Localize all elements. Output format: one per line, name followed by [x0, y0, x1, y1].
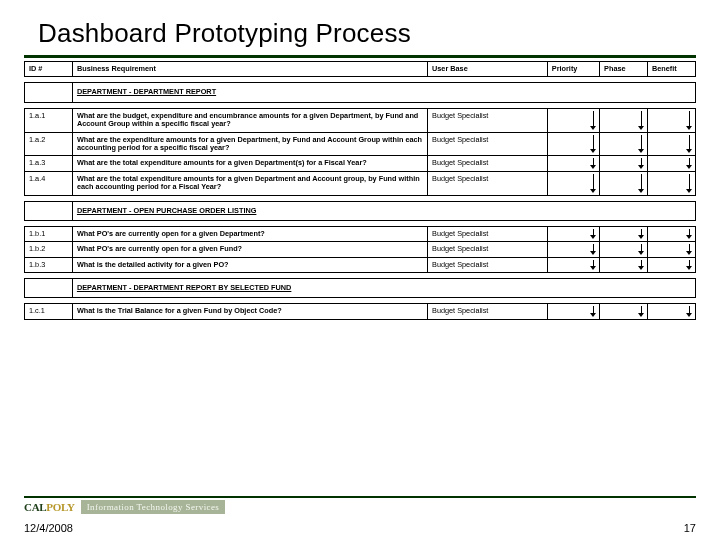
footer-page-number: 17	[684, 522, 696, 534]
cell-id: 1.c.1	[25, 304, 73, 319]
cell-requirement: What PO's are currently open for a given…	[72, 242, 427, 257]
cell-requirement: What are the total expenditure amounts f…	[72, 156, 427, 171]
cell-requirement: What are the expenditure amounts for a g…	[72, 132, 427, 156]
cell-id: 1.b.1	[25, 226, 73, 241]
table-row: 1.a.4What are the total expenditure amou…	[25, 171, 696, 195]
cell-id: 1.a.4	[25, 171, 73, 195]
calpoly-logo-poly: POLY	[46, 501, 74, 513]
cell-benefit	[648, 108, 696, 132]
cell-userbase: Budget Specialist	[428, 171, 548, 195]
cell-priority	[547, 132, 599, 156]
footer-divider	[24, 496, 696, 498]
calpoly-logo: CALPOLY	[24, 501, 75, 513]
cell-benefit	[648, 242, 696, 257]
cell-userbase: Budget Specialist	[428, 156, 548, 171]
cell-priority	[547, 257, 599, 272]
col-id: ID #	[25, 62, 73, 77]
section-heading: DEPARTMENT - DEPARTMENT REPORT	[25, 83, 696, 102]
cell-benefit	[648, 304, 696, 319]
col-benefit: Benefit	[648, 62, 696, 77]
cell-requirement: What are the budget, expenditure and enc…	[72, 108, 427, 132]
cell-phase	[600, 156, 648, 171]
title-divider	[24, 55, 696, 58]
cell-userbase: Budget Specialist	[428, 108, 548, 132]
table-row: 1.a.3What are the total expenditure amou…	[25, 156, 696, 171]
calpoly-logo-cal: CAL	[24, 501, 46, 513]
cell-priority	[547, 242, 599, 257]
footer-date: 12/4/2008	[24, 522, 73, 534]
table-row: 1.c.1What is the Trial Balance for a giv…	[25, 304, 696, 319]
section-heading-text: DEPARTMENT - DEPARTMENT REPORT	[72, 83, 695, 102]
col-phase: Phase	[600, 62, 648, 77]
cell-requirement: What is the detailed activity for a give…	[72, 257, 427, 272]
table-row: 1.a.1What are the budget, expenditure an…	[25, 108, 696, 132]
cell-userbase: Budget Specialist	[428, 242, 548, 257]
cell-userbase: Budget Specialist	[428, 304, 548, 319]
cell-id: 1.b.3	[25, 257, 73, 272]
table-row: 1.b.1What PO's are currently open for a …	[25, 226, 696, 241]
cell-requirement: What PO's are currently open for a given…	[72, 226, 427, 241]
table-row: 1.b.3What is the detailed activity for a…	[25, 257, 696, 272]
table-row: 1.a.2What are the expenditure amounts fo…	[25, 132, 696, 156]
cell-userbase: Budget Specialist	[428, 226, 548, 241]
cell-priority	[547, 226, 599, 241]
section-heading-text: DEPARTMENT - OPEN PURCHASE ORDER LISTING	[72, 201, 695, 220]
cell-benefit	[648, 226, 696, 241]
cell-benefit	[648, 257, 696, 272]
cell-phase	[600, 132, 648, 156]
cell-id: 1.a.3	[25, 156, 73, 171]
section-heading: DEPARTMENT - DEPARTMENT REPORT BY SELECT…	[25, 279, 696, 298]
cell-id: 1.b.2	[25, 242, 73, 257]
section-heading-text: DEPARTMENT - DEPARTMENT REPORT BY SELECT…	[72, 279, 695, 298]
cell-userbase: Budget Specialist	[428, 132, 548, 156]
cell-benefit	[648, 156, 696, 171]
cell-phase	[600, 304, 648, 319]
cell-phase	[600, 242, 648, 257]
cell-priority	[547, 304, 599, 319]
col-userbase: User Base	[428, 62, 548, 77]
requirements-table: ID # Business Requirement User Base Prio…	[24, 61, 696, 320]
footer-bar: CALPOLY Information Technology Services	[24, 496, 696, 514]
cell-id: 1.a.1	[25, 108, 73, 132]
table-header-row: ID # Business Requirement User Base Prio…	[25, 62, 696, 77]
cell-benefit	[648, 171, 696, 195]
cell-userbase: Budget Specialist	[428, 257, 548, 272]
cell-phase	[600, 171, 648, 195]
cell-phase	[600, 257, 648, 272]
cell-priority	[547, 156, 599, 171]
cell-priority	[547, 108, 599, 132]
cell-requirement: What is the Trial Balance for a given Fu…	[72, 304, 427, 319]
page-footer: 12/4/2008 17	[24, 522, 696, 534]
table-row: 1.b.2What PO's are currently open for a …	[25, 242, 696, 257]
page-title: Dashboard Prototyping Process	[38, 18, 696, 49]
its-logo: Information Technology Services	[81, 500, 226, 514]
cell-benefit	[648, 132, 696, 156]
col-requirement: Business Requirement	[72, 62, 427, 77]
cell-priority	[547, 171, 599, 195]
cell-requirement: What are the total expenditure amounts f…	[72, 171, 427, 195]
cell-phase	[600, 108, 648, 132]
cell-id: 1.a.2	[25, 132, 73, 156]
col-priority: Priority	[547, 62, 599, 77]
cell-phase	[600, 226, 648, 241]
section-heading: DEPARTMENT - OPEN PURCHASE ORDER LISTING	[25, 201, 696, 220]
